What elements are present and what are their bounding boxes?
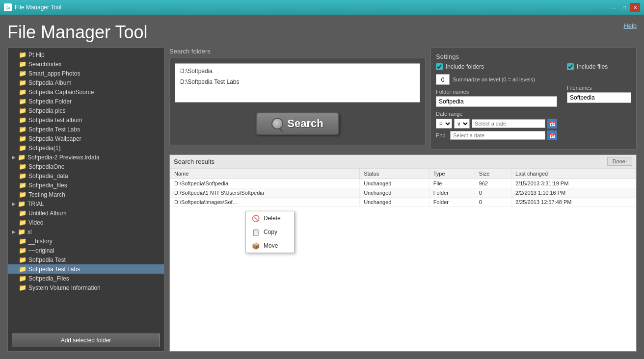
results-table: NameStatusTypeSizeLast changed D:\Softpe… xyxy=(170,168,636,207)
results-table-body: D:\Softpedia\SoftpediaUnchangedFile9622/… xyxy=(170,179,636,207)
include-files-checkbox[interactable] xyxy=(567,63,574,70)
table-cell: D:\Softpedia\Softpedia xyxy=(170,179,360,188)
tree-item-label: TRIAL xyxy=(27,201,44,207)
tree-item-label: Softpedia_files xyxy=(28,182,67,189)
context-menu-item-delete[interactable]: 🚫Delete xyxy=(246,211,294,225)
tree-item[interactable]: 📁~~original xyxy=(8,246,164,255)
tree-item-label: Pt Hlp xyxy=(28,51,45,58)
table-row[interactable]: D:\Softpedia\SoftpediaUnchangedFile9622/… xyxy=(170,179,636,188)
settings-section: Settings Include folders 0 Summarize on … xyxy=(430,48,637,150)
tree-item-label: Testing March xyxy=(28,191,65,198)
tree-item[interactable]: 📁Softpedia Test Labs xyxy=(8,264,164,274)
tree-item[interactable]: 📁SearchIndex xyxy=(8,59,164,69)
tree-item[interactable]: 📁Softpedia_Files xyxy=(8,274,164,283)
tree-item[interactable]: 📁Softpedia Wallpaper xyxy=(8,134,164,143)
results-header-bar: Search results Done! xyxy=(170,155,636,168)
include-folders-checkbox[interactable] xyxy=(436,63,443,70)
results-col-header: Status xyxy=(360,169,429,179)
include-files-row: Include files xyxy=(567,63,631,70)
search-button[interactable]: Search xyxy=(256,112,339,135)
tree-item[interactable]: 📁SoftpediaOne xyxy=(8,162,164,171)
include-folders-label: Include folders xyxy=(446,63,484,70)
tree-item[interactable]: 📁Softpedia Test xyxy=(8,255,164,264)
include-files-label: Include files xyxy=(577,63,608,70)
search-folder-item[interactable]: D:\Softpedia xyxy=(177,66,418,77)
app-title: File Manager Tool xyxy=(7,22,148,43)
date-from-row: = < > v 📅 xyxy=(436,119,557,128)
tree-item[interactable]: 📁Softpedia_files xyxy=(8,180,164,190)
search-button-label: Search xyxy=(287,117,323,130)
tree-item-label: Video xyxy=(28,219,43,226)
results-col-header: Name xyxy=(170,169,360,179)
context-menu: 🚫Delete📋Copy📦Move xyxy=(245,211,295,253)
date-end-label: End xyxy=(436,132,448,138)
date-to-input[interactable] xyxy=(450,131,545,140)
title-bar-title: File Manager Tool xyxy=(15,4,61,11)
tree-item-label: SoftpediaOne xyxy=(28,163,64,170)
tree-item[interactable]: 📁Softpedia CaptainSource xyxy=(8,87,164,97)
tree-item[interactable]: ▶📁TRIAL xyxy=(8,199,164,208)
tree-item-label: SearchIndex xyxy=(28,61,61,68)
tree-item[interactable]: 📁System Volume Information xyxy=(8,283,164,292)
summarize-level-box[interactable]: 0 xyxy=(436,74,450,85)
folder-names-label: Folder names xyxy=(436,89,557,95)
context-menu-item-label: Delete xyxy=(264,215,281,222)
filenames-input[interactable] xyxy=(567,92,631,103)
date-from-calendar-button[interactable]: 📅 xyxy=(547,119,557,128)
top-row: Search folders D:\SoftpediaD:\Softpedia … xyxy=(169,48,637,150)
tree-item[interactable]: 📁Softpedia pics xyxy=(8,106,164,115)
date-range-label: Date range xyxy=(436,111,557,117)
table-cell: File xyxy=(429,179,475,188)
app-icon: 🗂 xyxy=(4,3,12,11)
date-v-select[interactable]: v xyxy=(454,119,470,128)
table-cell: Unchanged xyxy=(360,179,429,188)
tree-item[interactable]: 📁Softpedia Album xyxy=(8,78,164,87)
date-equal-select[interactable]: = < > xyxy=(436,119,452,128)
tree-item[interactable]: 📁Untitled Album xyxy=(8,208,164,218)
date-from-input[interactable] xyxy=(472,119,545,128)
summarize-label: Summarize on level (0 = all levels) xyxy=(453,77,535,82)
tree-item[interactable]: 📁Softpedia Folder xyxy=(8,97,164,106)
add-selected-folder-button[interactable]: Add selected folder xyxy=(12,333,160,347)
table-row[interactable]: D:\Softpedia\images\Sof...UnchangedFolde… xyxy=(170,198,636,207)
tree-item-label: Softpedia test album xyxy=(28,117,82,124)
delete-icon: 🚫 xyxy=(252,214,260,222)
tree-item[interactable]: 📁Softpedia_data xyxy=(8,171,164,180)
maximize-button[interactable]: □ xyxy=(619,3,629,12)
context-menu-item-copy[interactable]: 📋Copy xyxy=(246,225,294,239)
right-panel: Search folders D:\SoftpediaD:\Softpedia … xyxy=(169,48,637,352)
close-button[interactable]: ✕ xyxy=(630,3,640,12)
tree-item-label: Untitled Album xyxy=(28,210,66,217)
search-folder-item[interactable]: D:\Softpedia Test Labs xyxy=(177,77,418,87)
minimize-button[interactable]: — xyxy=(609,3,618,12)
folder-names-input[interactable] xyxy=(436,96,557,107)
tree-item[interactable]: 📁Testing March xyxy=(8,190,164,199)
tree-item-label: Softpedia(1) xyxy=(28,145,60,152)
tree-item[interactable]: 📁__history xyxy=(8,236,164,246)
context-menu-item-move[interactable]: 📦Move xyxy=(246,239,294,253)
context-menu-item-label: Move xyxy=(264,242,278,249)
date-to-calendar-button[interactable]: 📅 xyxy=(547,130,557,140)
tree-item-label: Softpedia pics xyxy=(28,107,65,114)
tree-item[interactable]: 📁Softpedia Test Labs xyxy=(8,125,164,134)
tree-item[interactable]: ▶📁Softpedia-2 Previews.lrdata xyxy=(8,153,164,162)
tree-item[interactable]: ▶📁xl xyxy=(8,227,164,236)
left-panel: 📁Pt Hlp📁SearchIndex📁Smart_apps Photos📁So… xyxy=(7,48,164,352)
tree-item[interactable]: 📁Pt Hlp xyxy=(8,50,164,59)
done-badge: Done! xyxy=(607,157,632,166)
tree-item[interactable]: 📁Smart_apps Photos xyxy=(8,69,164,78)
search-folders-panel: D:\SoftpediaD:\Softpedia Test Labs Searc… xyxy=(169,58,426,145)
folder-tree[interactable]: 📁Pt Hlp📁SearchIndex📁Smart_apps Photos📁So… xyxy=(8,48,164,330)
tree-item[interactable]: 📁Softpedia test album xyxy=(8,115,164,125)
tree-item[interactable]: 📁Video xyxy=(8,218,164,227)
results-title: Search results xyxy=(174,158,215,165)
help-link[interactable]: Help xyxy=(623,22,637,29)
table-row[interactable]: D:\Softpedia\1 NTFS\Users\SoftpediaUncha… xyxy=(170,188,636,198)
tree-item[interactable]: 📁Softpedia(1) xyxy=(8,143,164,153)
tree-item-label: Softpedia Folder xyxy=(28,98,72,105)
settings-col-left: Include folders 0 Summarize on level (0 … xyxy=(436,63,557,140)
table-cell: 0 xyxy=(475,188,511,198)
tree-item-label: Softpedia Wallpaper xyxy=(28,135,81,142)
results-panel: Search results Done! NameStatusTypeSizeL… xyxy=(169,154,637,352)
results-table-header: NameStatusTypeSizeLast changed xyxy=(170,169,636,179)
